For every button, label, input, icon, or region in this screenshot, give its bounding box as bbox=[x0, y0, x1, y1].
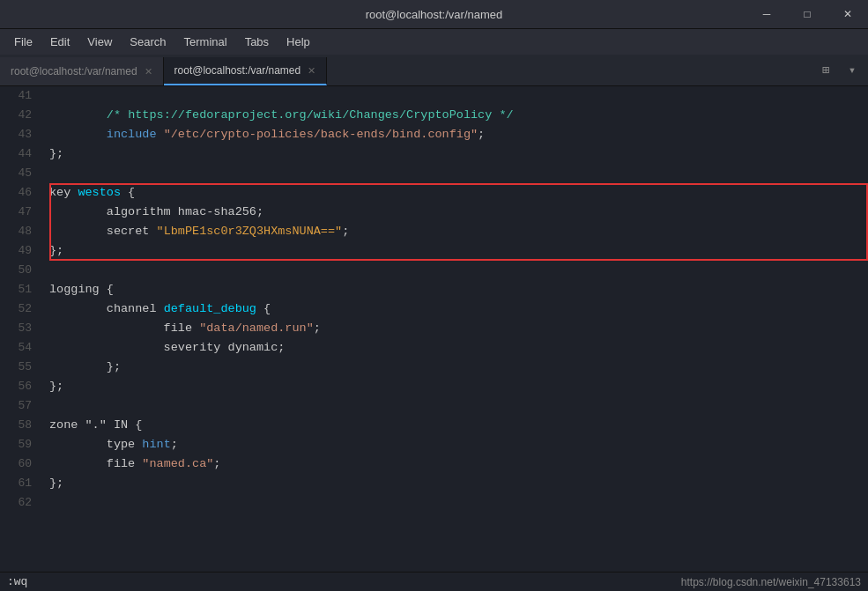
tab-2-close[interactable]: ✕ bbox=[308, 65, 315, 77]
table-row: 47 algorithm hmac-sha256; bbox=[0, 203, 868, 222]
status-command: :wq bbox=[7, 575, 27, 588]
line-content: }; bbox=[42, 144, 63, 164]
window-title: root@localhost:/var/named bbox=[366, 8, 503, 21]
table-row: 54 severity dynamic; bbox=[0, 338, 868, 358]
menu-item-view[interactable]: View bbox=[80, 33, 119, 50]
table-row: 61}; bbox=[0, 474, 868, 493]
line-number: 43 bbox=[0, 125, 42, 144]
line-content: channel default_debug { bbox=[42, 299, 271, 319]
tab-1-label: root@localhost:/var/named bbox=[11, 65, 137, 78]
table-row: 57 bbox=[0, 396, 868, 416]
lines-container: 4142 /* https://fedoraproject.org/wiki/C… bbox=[0, 86, 868, 572]
table-row: 42 /* https://fedoraproject.org/wiki/Cha… bbox=[0, 106, 868, 125]
table-row: 60 file "named.ca"; bbox=[0, 454, 868, 474]
line-content: zone "." IN { bbox=[42, 416, 142, 435]
table-row: 43 include "/etc/crypto-policies/back-en… bbox=[0, 125, 868, 144]
line-number: 52 bbox=[0, 299, 42, 319]
table-row: 46key westos { bbox=[0, 183, 868, 203]
line-number: 49 bbox=[0, 241, 42, 261]
maximize-button[interactable]: □ bbox=[787, 0, 827, 28]
line-content: severity dynamic; bbox=[42, 338, 285, 358]
tab-bar: root@localhost:/var/named ✕ root@localho… bbox=[0, 55, 868, 86]
line-content: algorithm hmac-sha256; bbox=[42, 203, 263, 222]
table-row: 50 bbox=[0, 261, 868, 280]
table-row: 56}; bbox=[0, 377, 868, 396]
line-number: 45 bbox=[0, 164, 42, 183]
line-number: 41 bbox=[0, 86, 42, 106]
tab-2-label: root@localhost:/var/named bbox=[174, 64, 301, 77]
line-number: 54 bbox=[0, 338, 42, 358]
table-row: 49}; bbox=[0, 241, 868, 261]
line-content: secret "LbmPE1sc0r3ZQ3HXmsNUNA=="; bbox=[42, 222, 349, 241]
line-content: logging { bbox=[42, 280, 114, 299]
menu-bar: FileEditViewSearchTerminalTabsHelp bbox=[0, 28, 868, 55]
line-number: 48 bbox=[0, 222, 42, 241]
table-row: 59 type hint; bbox=[0, 435, 868, 454]
line-content: include "/etc/crypto-policies/back-ends/… bbox=[42, 125, 485, 144]
editor: 4142 /* https://fedoraproject.org/wiki/C… bbox=[0, 86, 868, 572]
table-row: 45 bbox=[0, 164, 868, 183]
new-tab-icon[interactable]: ⊞ bbox=[813, 57, 838, 82]
table-row: 58zone "." IN { bbox=[0, 416, 868, 435]
table-row: 51logging { bbox=[0, 280, 868, 299]
line-number: 56 bbox=[0, 377, 42, 396]
line-number: 57 bbox=[0, 396, 42, 416]
tab-1[interactable]: root@localhost:/var/named ✕ bbox=[0, 57, 164, 85]
line-number: 53 bbox=[0, 319, 42, 338]
status-bar: :wq https://blog.csdn.net/weixin_4713361… bbox=[0, 572, 868, 591]
menu-item-help[interactable]: Help bbox=[279, 33, 317, 50]
menu-item-tabs[interactable]: Tabs bbox=[238, 33, 276, 50]
line-number: 51 bbox=[0, 280, 42, 299]
line-content: file "data/named.run"; bbox=[42, 319, 321, 338]
status-url: https://blog.csdn.net/weixin_47133613 bbox=[681, 576, 861, 588]
table-row: 41 bbox=[0, 86, 868, 106]
table-row: 62 bbox=[0, 493, 868, 513]
minimize-button[interactable]: ─ bbox=[746, 0, 787, 28]
menu-item-edit[interactable]: Edit bbox=[43, 33, 77, 50]
line-number: 62 bbox=[0, 493, 42, 513]
line-content: }; bbox=[42, 377, 63, 396]
line-number: 60 bbox=[0, 454, 42, 474]
table-row: 44}; bbox=[0, 144, 868, 164]
close-button[interactable]: ✕ bbox=[827, 0, 868, 28]
tab-1-close[interactable]: ✕ bbox=[145, 66, 152, 78]
line-number: 50 bbox=[0, 261, 42, 280]
table-row: 48 secret "LbmPE1sc0r3ZQ3HXmsNUNA=="; bbox=[0, 222, 868, 241]
line-number: 61 bbox=[0, 474, 42, 493]
tab-bar-icons: ⊞ ▾ bbox=[813, 54, 868, 85]
line-content: }; bbox=[42, 241, 63, 261]
line-content: }; bbox=[42, 358, 121, 377]
table-row: 52 channel default_debug { bbox=[0, 299, 868, 319]
tab-menu-icon[interactable]: ▾ bbox=[840, 57, 864, 82]
line-number: 42 bbox=[0, 106, 42, 125]
menu-item-terminal[interactable]: Terminal bbox=[177, 33, 234, 50]
line-number: 44 bbox=[0, 144, 42, 164]
line-number: 55 bbox=[0, 358, 42, 377]
line-content: file "named.ca"; bbox=[42, 454, 220, 474]
table-row: 53 file "data/named.run"; bbox=[0, 319, 868, 338]
tab-2[interactable]: root@localhost:/var/named ✕ bbox=[164, 57, 328, 85]
menu-item-search[interactable]: Search bbox=[122, 33, 173, 50]
line-content: }; bbox=[42, 474, 63, 493]
line-number: 46 bbox=[0, 183, 42, 203]
line-content: /* https://fedoraproject.org/wiki/Change… bbox=[42, 106, 514, 125]
table-row: 55 }; bbox=[0, 358, 868, 377]
line-content: key westos { bbox=[42, 183, 135, 203]
line-content: type hint; bbox=[42, 435, 178, 454]
window-controls: ─ □ ✕ bbox=[746, 0, 868, 28]
line-number: 59 bbox=[0, 435, 42, 454]
line-number: 58 bbox=[0, 416, 42, 435]
line-number: 47 bbox=[0, 203, 42, 222]
menu-item-file[interactable]: File bbox=[7, 33, 40, 50]
title-bar: root@localhost:/var/named ─ □ ✕ bbox=[0, 0, 868, 28]
